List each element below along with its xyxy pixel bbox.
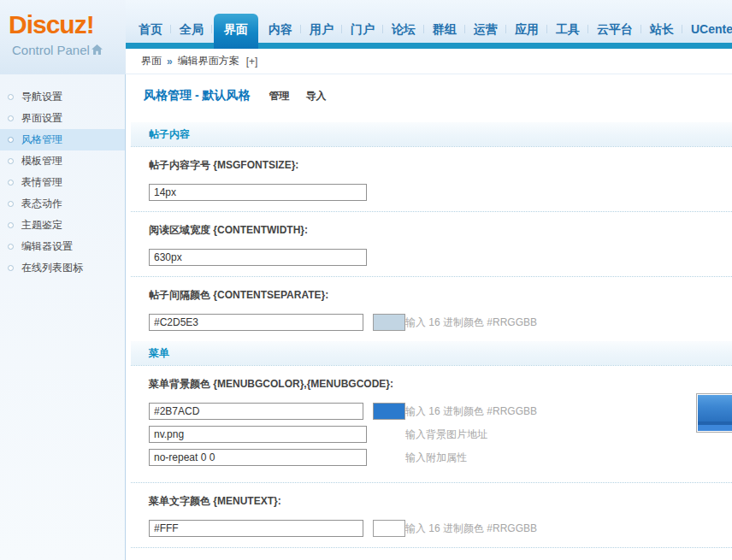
hex-color-hint: 输入 16 进制颜色 #RRGGBB — [405, 404, 537, 419]
sidebar-item-label: 在线列表图标 — [21, 261, 83, 275]
hex-color-hint: 输入 16 进制颜色 #RRGGBB — [405, 522, 537, 536]
nav-tab-webmaster[interactable]: 站长 — [641, 17, 682, 43]
sidebar-item-label: 表态动作 — [21, 197, 62, 211]
field-contentseparate: 帖子间隔颜色 {CONTENTSEPARATE}: 输入 16 进制颜色 #RR… — [131, 277, 732, 341]
sidebar-item-template-management[interactable]: 模板管理 — [0, 150, 125, 172]
sidebar-item-label: 界面设置 — [21, 111, 62, 126]
field-contentwidth: 阅读区域宽度 {CONTENTWIDTH}: — [131, 212, 732, 277]
field-label: 菜单背景颜色 {MENUBGCOLOR},{MENUBGCODE}: — [149, 377, 732, 392]
sidebar-item-editor-settings[interactable]: 编辑器设置 — [0, 236, 125, 257]
menubg-image-input[interactable] — [149, 426, 367, 443]
hex-color-hint: 输入 16 进制颜色 #RRGGBB — [405, 315, 537, 330]
sidebar-item-label: 模板管理 — [21, 154, 62, 168]
field-menubgcolor: 菜单背景颜色 {MENUBGCOLOR},{MENUBGCODE}: 输入 16… — [131, 366, 732, 483]
sidebar-item-label: 风格管理 — [21, 133, 62, 147]
bg-image-hint: 输入背景图片地址 — [405, 427, 487, 442]
bullet-icon — [8, 158, 14, 164]
field-menuhoverbg: 菜单高亮背景 {MENUHOVERBGCOLOR},{MENUHOVERBGCO… — [131, 548, 732, 560]
logo-block: Discuz! Control Panel — [0, 0, 126, 74]
bullet-icon — [8, 137, 14, 143]
content-area: 风格管理 - 默认风格 管理 导入 帖子内容 帖子内容字号 {MSGFONTSI… — [126, 74, 732, 560]
contentseparate-color-swatch[interactable] — [373, 314, 405, 331]
section-post-content: 帖子内容 — [131, 122, 732, 147]
contentwidth-input[interactable] — [149, 249, 367, 266]
field-menutext: 菜单文字颜色 {MENUTEXT}: 输入 16 进制颜色 #RRGGBB — [131, 483, 732, 548]
nav-tab-home[interactable]: 首页 — [130, 17, 171, 43]
sidebar-item-online-list-icons[interactable]: 在线列表图标 — [0, 257, 125, 279]
control-panel-label: Control Panel — [12, 43, 103, 57]
menutext-input[interactable] — [149, 520, 363, 537]
breadcrumb-add-button[interactable]: [+] — [246, 56, 258, 68]
sidebar-item-label: 编辑器设置 — [21, 239, 73, 254]
home-icon[interactable] — [92, 43, 103, 57]
sidebar-item-label: 导航设置 — [21, 90, 62, 104]
breadcrumb-page: 编辑界面方案 — [178, 54, 239, 68]
manage-link[interactable]: 管理 — [269, 89, 289, 103]
sidebar: 导航设置 界面设置 风格管理 模板管理 表情管理 表态动作 主题鉴定 编辑器设置… — [0, 74, 126, 560]
bullet-icon — [8, 115, 14, 121]
bullet-icon — [8, 201, 14, 207]
nav-tab-content[interactable]: 内容 — [260, 17, 301, 43]
page-title: 风格管理 - 默认风格 — [144, 88, 250, 103]
control-panel-text: Control Panel — [12, 43, 90, 57]
nav-tabs: 首页 全局 界面 内容 用户 门户 论坛 群组 运营 应用 工具 云平台 站长 … — [130, 14, 732, 43]
msgfontsize-input[interactable] — [149, 184, 367, 201]
sidebar-item-label: 主题鉴定 — [21, 218, 62, 233]
sidebar-item-mood-actions[interactable]: 表态动作 — [0, 193, 125, 215]
preview-strip — [698, 425, 732, 431]
breadcrumb: 界面 » 编辑界面方案 [+] — [126, 49, 732, 74]
section-title: 菜单 — [149, 346, 169, 361]
nav-tab-ucenter[interactable]: UCenter — [682, 17, 732, 43]
main-wrapper: 导航设置 界面设置 风格管理 模板管理 表情管理 表态动作 主题鉴定 编辑器设置… — [0, 74, 732, 560]
bullet-icon — [8, 265, 14, 271]
extra-attr-hint: 输入附加属性 — [405, 451, 467, 465]
field-label: 阅读区域宽度 {CONTENTWIDTH}: — [149, 223, 732, 238]
field-label: 帖子内容字号 {MSGFONTSIZE}: — [149, 158, 732, 173]
nav-tab-interface[interactable]: 界面 — [214, 14, 258, 49]
nav-tab-apps[interactable]: 应用 — [506, 17, 547, 43]
sidebar-item-style-management[interactable]: 风格管理 — [0, 129, 125, 150]
menutext-color-swatch[interactable] — [373, 520, 405, 537]
nav-tab-groups[interactable]: 群组 — [424, 17, 465, 43]
breadcrumb-separator-icon: » — [167, 56, 173, 68]
sidebar-item-label: 表情管理 — [21, 175, 62, 190]
nav-tab-forum[interactable]: 论坛 — [383, 17, 424, 43]
field-label: 帖子间隔颜色 {CONTENTSEPARATE}: — [149, 288, 732, 303]
field-msgfontsize: 帖子内容字号 {MSGFONTSIZE}: — [131, 147, 732, 212]
sidebar-item-nav-settings[interactable]: 导航设置 — [0, 86, 125, 108]
sidebar-item-smiley-management[interactable]: 表情管理 — [0, 172, 125, 193]
nav-tab-portal[interactable]: 门户 — [342, 17, 383, 43]
sidebar-item-topic-identification[interactable]: 主题鉴定 — [0, 215, 125, 236]
section-title: 帖子内容 — [149, 127, 190, 142]
sidebar-item-interface-settings[interactable]: 界面设置 — [0, 108, 125, 129]
bullet-icon — [8, 180, 14, 186]
title-row: 风格管理 - 默认风格 管理 导入 — [126, 88, 732, 103]
breadcrumb-section[interactable]: 界面 — [141, 54, 162, 68]
nav-tab-cloud[interactable]: 云平台 — [588, 17, 641, 43]
contentseparate-input[interactable] — [149, 314, 363, 331]
nav-tab-operation[interactable]: 运营 — [465, 17, 506, 43]
nav-tab-users[interactable]: 用户 — [301, 17, 342, 43]
menubg-image-preview — [696, 393, 732, 433]
menubgcolor-color-swatch[interactable] — [373, 403, 405, 420]
bullet-icon — [8, 94, 14, 100]
bullet-icon — [8, 222, 14, 228]
field-label: 菜单文字颜色 {MENUTEXT}: — [149, 494, 732, 509]
menubg-extra-input[interactable] — [149, 449, 367, 466]
section-menu: 菜单 — [131, 341, 732, 366]
preview-gradient — [698, 395, 732, 421]
import-link[interactable]: 导入 — [305, 89, 326, 103]
header: Discuz! Control Panel 首页 全局 界面 内容 用户 门户 … — [0, 0, 732, 74]
menubgcolor-input[interactable] — [149, 403, 363, 420]
top-nav: 首页 全局 界面 内容 用户 门户 论坛 群组 运营 应用 工具 云平台 站长 … — [126, 0, 732, 43]
nav-tab-global[interactable]: 全局 — [171, 17, 212, 43]
discuz-logo[interactable]: Discuz! — [9, 10, 94, 39]
nav-tab-tools[interactable]: 工具 — [547, 17, 588, 43]
bullet-icon — [8, 244, 14, 250]
